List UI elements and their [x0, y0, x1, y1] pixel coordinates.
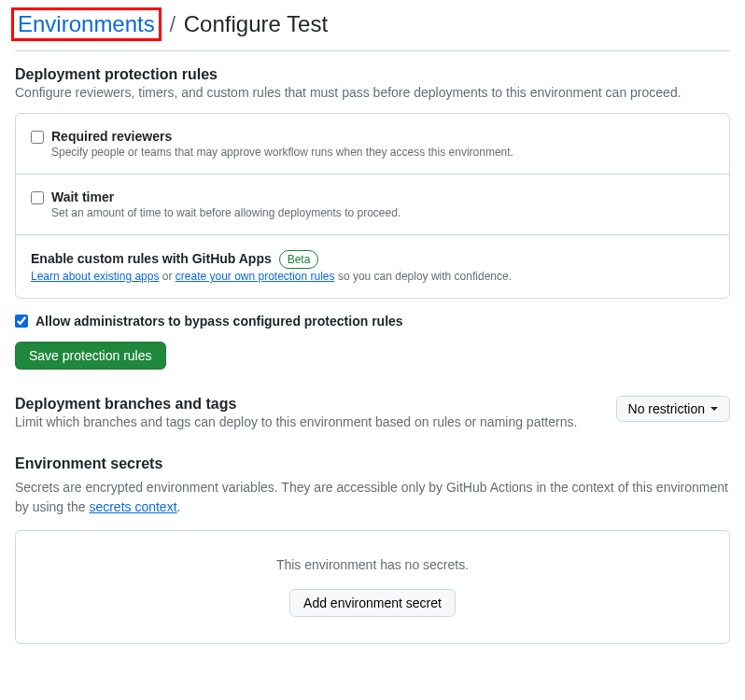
beta-badge: Beta [279, 250, 319, 269]
custom-suffix: so you can deploy with confidence. [335, 270, 512, 283]
rule-wait-timer: Wait timer Set an amount of time to wait… [16, 175, 729, 235]
breadcrumb-environments-link[interactable]: Environments [11, 7, 162, 41]
secrets-context-link[interactable]: secrets context [89, 499, 176, 514]
branches-desc: Limit which branches and tags can deploy… [15, 414, 577, 429]
protection-rules-box: Required reviewers Specify people or tea… [15, 113, 730, 299]
wait-timer-sub: Set an amount of time to wait before all… [51, 206, 714, 219]
required-reviewers-label: Required reviewers [51, 129, 714, 144]
branches-title: Deployment branches and tags [15, 396, 577, 413]
protection-rules-desc: Configure reviewers, timers, and custom … [15, 85, 730, 100]
secrets-desc: Secrets are encrypted environment variab… [15, 478, 730, 517]
breadcrumb-separator: / [169, 11, 176, 36]
branch-restriction-label: No restriction [628, 401, 705, 416]
admin-bypass-checkbox[interactable] [15, 315, 28, 328]
add-environment-secret-button[interactable]: Add environment secret [289, 589, 456, 617]
custom-rules-title: Enable custom rules with GitHub Apps [31, 251, 272, 266]
rule-custom-apps: Enable custom rules with GitHub Apps Bet… [16, 235, 729, 298]
secrets-box: This environment has no secrets. Add env… [15, 530, 730, 644]
caret-down-icon [710, 407, 718, 411]
admin-bypass-label: Allow administrators to bypass configure… [35, 314, 403, 329]
custom-or-text: or [159, 270, 175, 283]
admin-bypass-row: Allow administrators to bypass configure… [15, 314, 730, 329]
branches-section: Deployment branches and tags Limit which… [15, 396, 730, 429]
create-rules-link[interactable]: create your own protection rules [176, 270, 335, 283]
wait-timer-checkbox[interactable] [31, 191, 44, 204]
breadcrumb: Environments / Configure Test [15, 7, 730, 51]
breadcrumb-current: Configure Test [184, 11, 328, 36]
learn-apps-link[interactable]: Learn about existing apps [31, 270, 159, 283]
wait-timer-label: Wait timer [51, 189, 714, 204]
branch-restriction-dropdown[interactable]: No restriction [616, 396, 730, 422]
secrets-title: Environment secrets [15, 455, 730, 472]
required-reviewers-checkbox[interactable] [31, 131, 44, 144]
no-secrets-text: This environment has no secrets. [31, 557, 714, 572]
save-protection-rules-button[interactable]: Save protection rules [15, 342, 166, 370]
secrets-desc-suffix: . [177, 499, 181, 514]
rule-required-reviewers: Required reviewers Specify people or tea… [16, 114, 729, 175]
required-reviewers-sub: Specify people or teams that may approve… [51, 146, 714, 159]
protection-rules-title: Deployment protection rules [15, 66, 730, 83]
